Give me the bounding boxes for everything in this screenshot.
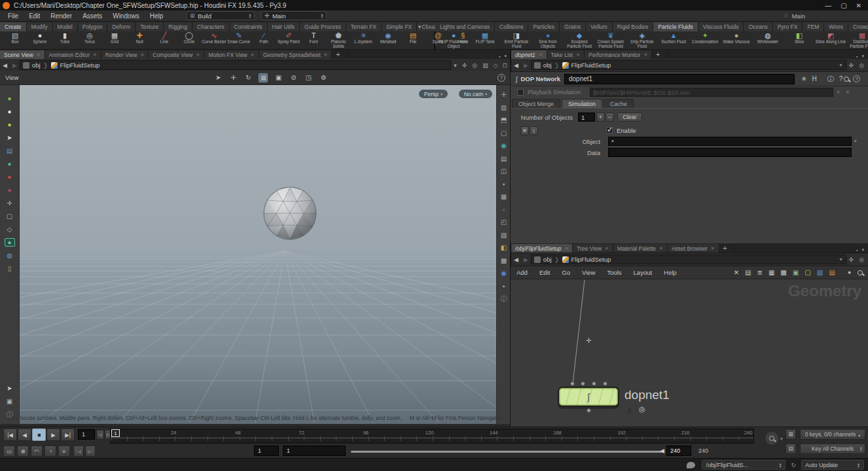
network-toolbar-icon[interactable]: ≣ [757, 269, 763, 276]
keys-info-button[interactable]: 0 keys, 0/0 channels▴ [800, 429, 865, 440]
dopnet-node[interactable]: ʃ [558, 387, 619, 407]
viewport-tool-icon[interactable]: ↻ [244, 73, 253, 82]
shelf-tool[interactable]: ▲ Suction Fluid [658, 31, 689, 44]
pane-tab[interactable]: + [332, 50, 348, 59]
display-option-icon[interactable]: ▩ [499, 256, 509, 265]
playbar-option-icon[interactable]: ▭ [3, 445, 15, 457]
close-tab-icon[interactable]: ✕ [659, 246, 663, 251]
viewport-tool-icon[interactable]: ◳ [304, 73, 313, 82]
display-option-icon[interactable]: ◰ [499, 218, 509, 226]
range-end-field[interactable]: 240 [666, 445, 691, 456]
close-tab-icon[interactable]: ✕ [140, 52, 144, 58]
pane-tab[interactable]: Animation Editor✕ [45, 50, 101, 59]
param-folder-tab[interactable]: Object Merge [512, 99, 560, 108]
shelf-tool[interactable]: ♛ Crown Splash Particle Fluid [595, 31, 626, 48]
pane-tab[interactable]: Performance Monitor✕ [585, 50, 652, 59]
sphere-geometry[interactable] [264, 187, 316, 239]
viewport-state-icon[interactable]: ◍ [5, 251, 15, 260]
shelf-tool[interactable]: ✐ Spray Paint [276, 31, 301, 44]
message-bubble-icon[interactable] [687, 462, 695, 468]
viewport-tool-icon[interactable]: ⚙ [319, 73, 328, 82]
multiparm-reorder-button[interactable]: ↕ [530, 126, 538, 135]
playbar-option-icon[interactable]: ◔ [45, 445, 56, 457]
shelf-tab[interactable]: Viscous Fluids [698, 22, 744, 31]
enable-checkbox[interactable] [606, 127, 613, 133]
minimize-button[interactable]: — [825, 2, 831, 9]
shelf-tab[interactable]: Constraints [230, 22, 268, 31]
shelf-tool[interactable]: ● FLIP Fluid from Object [438, 31, 469, 48]
help-icon[interactable]: ? [853, 75, 860, 82]
shelf-tab[interactable]: Characters [192, 22, 230, 31]
shelf-tool[interactable]: ▮ Tube [52, 31, 77, 44]
playbar-option-icon[interactable]: ≡ [58, 445, 70, 457]
decrement-button[interactable]: − [606, 113, 614, 122]
shelf-tool[interactable]: ✎ Draw Curve [226, 31, 251, 44]
pin-icon[interactable]: ✜ [849, 256, 854, 263]
display-option-icon[interactable]: ▦ [499, 192, 509, 201]
display-option-icon[interactable]: ⓘ [499, 294, 509, 303]
path-field[interactable]: obj ❭ FlipFluidSetup [20, 60, 451, 70]
network-menu-item[interactable]: Add [511, 269, 533, 276]
shelf-tool[interactable]: ╱ Line [152, 31, 177, 44]
pane-tab[interactable]: Geometry Spreadsheet✕ [259, 50, 333, 59]
close-button[interactable]: ✕ [856, 2, 861, 9]
go-start-button[interactable]: |◀ [3, 428, 17, 441]
node-input-dot[interactable] [603, 381, 607, 386]
network-toolbar-icon[interactable]: ▤ [745, 269, 751, 276]
node-name-field[interactable]: dopnet1 [564, 74, 795, 84]
pane-menu-icon[interactable]: ▾ [861, 54, 864, 59]
network-menu-item[interactable]: Layout [628, 269, 659, 276]
shelf-tool[interactable]: ◍ Whitewater [752, 31, 784, 44]
search-icon[interactable] [858, 270, 863, 275]
search-icon[interactable] [844, 77, 849, 82]
shelf-tab[interactable]: Rigging [164, 22, 192, 31]
menu-item[interactable]: Assets [77, 12, 107, 20]
shelf-tab[interactable]: FEM [803, 22, 824, 31]
shelf-tab[interactable]: Texture [136, 22, 164, 31]
back-icon[interactable]: ◀ [511, 256, 521, 263]
viewport-tool-icon[interactable]: ▦ [259, 73, 268, 82]
viewport-state-icon[interactable]: ▢ [5, 212, 15, 220]
shelf-tool[interactable]: ∿ Curve Bezier [202, 31, 226, 44]
pathbar-icon[interactable]: ◇ [494, 62, 498, 69]
display-option-icon[interactable]: ◉ [499, 269, 509, 277]
pane-maximize-icon[interactable]: ▪ [856, 54, 858, 59]
shelf-tool[interactable]: ● Make Viscous [721, 31, 752, 44]
viewport-tool-icon[interactable]: ▣ [274, 73, 283, 82]
node-input-dot[interactable] [592, 381, 596, 386]
playbar-option-icon[interactable]: ⊗ [17, 445, 29, 457]
set-key-icon[interactable]: ⊞ [786, 429, 796, 440]
refresh-icon[interactable]: ↻ [791, 462, 796, 468]
network-toolbar-icon[interactable]: ▦ [769, 269, 774, 276]
param-header-icon[interactable]: ⓘ [827, 75, 834, 84]
increment-button[interactable]: + [596, 113, 605, 122]
shelf-tool[interactable]: ● Sphere [27, 31, 52, 44]
shelf-tab[interactable]: Create [0, 22, 27, 31]
menu-item[interactable]: Edit [24, 12, 45, 20]
pane-menu-icon[interactable]: ▾ [504, 54, 507, 59]
chevron-down-icon[interactable]: ▾ [840, 62, 846, 68]
pane-tab[interactable]: dopnet1✕ [511, 50, 547, 59]
viewport-scene[interactable] [20, 85, 496, 424]
shelf-tool[interactable]: ▦ Grid [102, 31, 127, 44]
maximize-button[interactable]: ▢ [841, 2, 846, 9]
close-tab-icon[interactable]: ✕ [576, 52, 580, 58]
close-tab-icon[interactable]: ✕ [711, 246, 715, 251]
path-field[interactable]: obj ❭ FlipFluidSetup ▾ [531, 60, 846, 70]
pane-tab[interactable]: Render View✕ [101, 50, 149, 59]
step-back-button[interactable]: ◁ [96, 430, 104, 440]
pane-tab[interactable]: + [652, 50, 668, 59]
close-tab-icon[interactable]: ✕ [37, 52, 41, 58]
network-toolbar-icon[interactable]: ▣ [793, 269, 799, 276]
shelf-tab[interactable]: Wires [824, 22, 848, 31]
shelf-tab[interactable]: Rigid Bodies [613, 22, 654, 31]
display-option-icon[interactable]: ⬒ [499, 116, 509, 124]
render-badge-icon[interactable]: ◭ [627, 405, 632, 413]
display-option-icon[interactable]: ▤ [499, 154, 509, 163]
chevron-down-icon[interactable]: ▾ [840, 256, 846, 262]
follow-icon[interactable]: ◎ [859, 62, 864, 69]
pathbar-icon[interactable]: ✜ [462, 62, 467, 69]
pane-tab[interactable]: + [719, 244, 735, 253]
key-all-channels-button[interactable]: Key All Channels [800, 444, 865, 454]
object-field[interactable]: * [608, 137, 852, 146]
